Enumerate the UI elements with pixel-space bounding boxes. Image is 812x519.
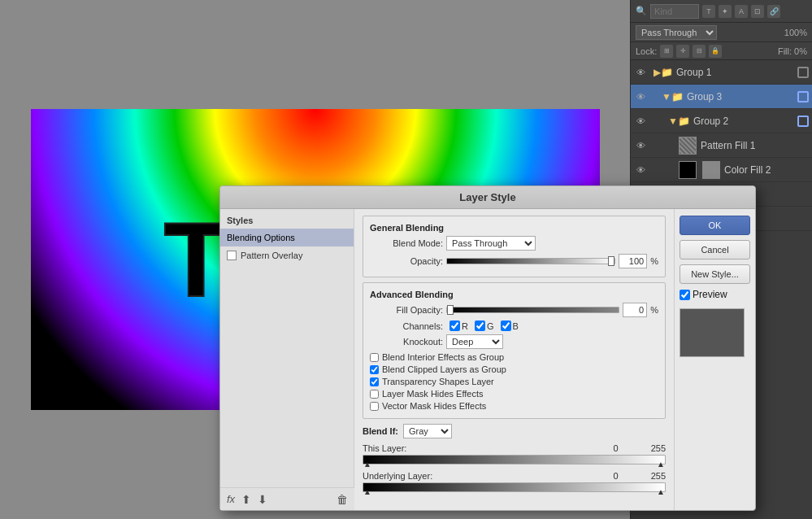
this-layer-slider[interactable]: ▲ ▲: [363, 455, 666, 464]
blend-if-select[interactable]: Gray: [403, 424, 452, 438]
blend-interior-checkbox[interactable]: [370, 353, 379, 362]
channel-g-checkbox[interactable]: [475, 321, 485, 331]
layer-item-group2[interactable]: 👁 ▼📁 Group 2: [631, 109, 812, 133]
ok-button[interactable]: OK: [680, 216, 750, 235]
layer-item-group3[interactable]: 👁 ▼📁 Group 3: [631, 85, 812, 109]
blend-if-label: Blend If:: [363, 426, 398, 436]
search-icon: 🔍: [636, 6, 647, 16]
layer-mask-hides-row: Layer Mask Hides Effects: [370, 389, 658, 399]
pattern-thumb-fill1: [679, 137, 697, 155]
blend-if-row: Blend If: Gray: [363, 424, 666, 438]
underlying-layer-slider-row: Underlying Layer: 0 255 ▲ ▲: [363, 471, 666, 492]
lock-move-icon[interactable]: ✛: [676, 45, 689, 58]
filter-icon3[interactable]: A: [735, 5, 748, 18]
layer-name-group3: Group 3: [687, 91, 796, 102]
layer-item-colorfill2[interactable]: 👁 Color Fill 2: [631, 158, 812, 182]
channel-b-checkbox[interactable]: [501, 321, 511, 331]
blend-interior-row: Blend Interior Effects as Group: [370, 352, 658, 362]
this-layer-label-row: This Layer: 0 255: [363, 443, 666, 453]
dialog-title: Layer Style: [220, 186, 755, 209]
channel-b-item[interactable]: B: [501, 321, 519, 331]
blend-mode-select[interactable]: Pass Through: [636, 25, 717, 40]
filter-icon5[interactable]: 🔗: [767, 5, 780, 18]
filter-icon2[interactable]: ✦: [719, 5, 732, 18]
layer-mask-hides-label: Layer Mask Hides Effects: [382, 389, 484, 399]
channels-row: Channels: R G B: [370, 321, 658, 331]
layer-badge-group1: [797, 67, 809, 78]
opacity-slider[interactable]: [446, 258, 615, 264]
visibility-eye-group3[interactable]: 👁: [634, 90, 647, 103]
blend-clipped-checkbox[interactable]: [370, 365, 379, 374]
preview-box: [680, 308, 745, 357]
visibility-eye-patternfill1[interactable]: 👁: [634, 139, 647, 152]
layer-item-group1[interactable]: 👁 ▶📁 Group 1: [631, 60, 812, 85]
blend-clipped-row: Blend Clipped Layers as Group: [370, 364, 658, 374]
fill-opacity-label: Fill Opacity:: [370, 305, 443, 315]
sidebar-item-pattern-overlay[interactable]: Pattern Overlay: [220, 246, 354, 264]
pattern-overlay-checkbox[interactable]: [227, 251, 237, 260]
knockout-select[interactable]: Deep: [446, 334, 503, 349]
general-blending-section: General Blending Blend Mode: Pass Throug…: [363, 216, 666, 277]
lock-pixels-icon[interactable]: ⊞: [660, 45, 673, 58]
channel-g-item[interactable]: G: [475, 321, 494, 331]
color-swatch-fill2-2: [702, 161, 720, 179]
lock-artboards-icon[interactable]: ⊟: [693, 45, 706, 58]
fill-opacity-slider[interactable]: [446, 307, 619, 313]
filter-icon1[interactable]: T: [702, 5, 715, 18]
lock-label: Lock:: [636, 46, 657, 56]
preview-checkbox[interactable]: [680, 290, 690, 300]
visibility-eye-group1[interactable]: 👁: [634, 66, 647, 79]
this-layer-left-handle[interactable]: ▲: [363, 460, 371, 469]
visibility-eye-group2[interactable]: 👁: [634, 115, 647, 128]
new-style-button[interactable]: New Style...: [680, 264, 750, 284]
folder-icon-group3: ▼📁: [662, 91, 684, 102]
layer-item-patternfill1[interactable]: 👁 Pattern Fill 1: [631, 133, 812, 158]
sidebar-item-blending-options[interactable]: Blending Options: [220, 229, 354, 246]
underlying-layer-values: 0 255: [614, 471, 666, 481]
fill-opacity-value-input[interactable]: [623, 303, 647, 317]
knockout-row: Knockout: Deep: [370, 334, 658, 349]
layer-style-dialog: Layer Style Styles Blending Options Patt…: [219, 185, 756, 511]
channel-r-checkbox[interactable]: [449, 321, 460, 331]
kind-search-input[interactable]: [650, 4, 699, 19]
underlying-layer-max: 255: [651, 471, 666, 481]
blend-mode-form-label: Blend Mode:: [370, 238, 443, 248]
add-style-icon[interactable]: ⬆: [241, 493, 251, 506]
this-layer-label: This Layer:: [363, 443, 406, 453]
remove-style-icon[interactable]: ⬇: [258, 493, 267, 506]
underlying-layer-right-handle[interactable]: ▲: [657, 487, 665, 496]
underlying-layer-left-handle[interactable]: ▲: [363, 487, 371, 496]
cancel-button[interactable]: Cancel: [680, 240, 750, 260]
dialog-sidebar: Styles Blending Options Pattern Overlay: [220, 209, 354, 510]
blending-options-label: Blending Options: [227, 233, 295, 242]
opacity-slider-handle[interactable]: [608, 256, 614, 266]
transparency-shapes-row: Transparency Shapes Layer: [370, 377, 658, 386]
underlying-layer-slider[interactable]: ▲ ▲: [363, 482, 666, 492]
layer-name-patternfill1: Pattern Fill 1: [701, 140, 809, 151]
this-layer-max: 255: [651, 443, 666, 453]
preview-checkbox-row[interactable]: Preview: [680, 289, 750, 300]
visibility-eye-colorfill2[interactable]: 👁: [634, 164, 647, 177]
vector-mask-hides-checkbox[interactable]: [370, 402, 379, 411]
fx-icon: fx: [227, 493, 235, 505]
sidebar-section-title: Styles: [220, 214, 354, 229]
channel-g-label: G: [487, 321, 494, 331]
transparency-shapes-checkbox[interactable]: [370, 377, 379, 386]
lock-all-icon[interactable]: 🔒: [709, 45, 722, 58]
panel-toolbar: 🔍 T ✦ A ⊡ 🔗: [631, 0, 812, 23]
channel-r-item[interactable]: R: [449, 321, 468, 331]
opacity-row: Opacity: %: [370, 254, 658, 268]
dialog-main-content: General Blending Blend Mode: Pass Throug…: [354, 209, 674, 510]
blend-interior-label: Blend Interior Effects as Group: [382, 352, 504, 362]
pattern-overlay-label: Pattern Overlay: [241, 251, 302, 260]
this-layer-values: 0 255: [614, 443, 666, 453]
opacity-label: 100%: [784, 28, 807, 37]
delete-style-icon[interactable]: 🗑: [337, 493, 348, 506]
filter-icon4[interactable]: ⊡: [751, 5, 764, 18]
opacity-percent-label: %: [650, 256, 658, 266]
fill-opacity-slider-handle[interactable]: [447, 305, 454, 315]
layer-mask-hides-checkbox[interactable]: [370, 390, 379, 399]
opacity-value-input[interactable]: [619, 254, 647, 268]
this-layer-right-handle[interactable]: ▲: [657, 460, 665, 469]
blend-mode-dialog-select[interactable]: Pass Through: [446, 236, 536, 251]
